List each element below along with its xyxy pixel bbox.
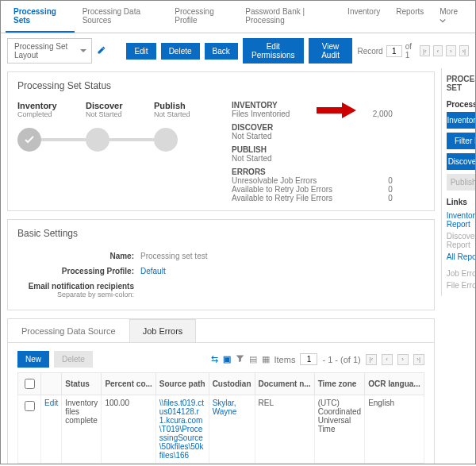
meta-err1-val: 0 (388, 176, 393, 185)
tab-processing-profile[interactable]: Processing Profile (167, 1, 237, 33)
link-inventory-report[interactable]: Inventory Report (447, 210, 476, 230)
row-source-path[interactable]: \\files.t019.ctus014128.r1.kcura.com\T01… (155, 395, 209, 464)
meta-inventory-heading: INVENTORY (232, 101, 424, 110)
link-job-errors: Job Errors (447, 268, 476, 279)
phase-connector (41, 138, 86, 141)
items-label: Items (274, 355, 296, 364)
col-document[interactable]: Document n... (255, 373, 314, 395)
edit-permissions-button[interactable]: Edit Permissions (243, 38, 304, 64)
filter-icon[interactable] (236, 354, 244, 364)
table-row: Edit Inventory files complete 100.00 \\f… (18, 395, 424, 464)
meta-err3-val: 0 (388, 194, 393, 202)
grid-first-icon[interactable]: |‹ (366, 354, 377, 365)
phase-discover-sub: Not Started (86, 110, 154, 118)
tab-data-sources[interactable]: Processing Data Sources (75, 1, 167, 33)
tab-reports[interactable]: Reports (388, 1, 432, 33)
tab-password-bank[interactable]: Password Bank | Processing (237, 1, 340, 33)
status-heading: Processing Set Status (17, 80, 424, 91)
subtab-job-errors[interactable]: Job Errors (129, 319, 197, 342)
col-custodian[interactable]: Custodian (209, 373, 255, 395)
name-label: Name: (17, 252, 140, 260)
grid-prev-icon[interactable]: ‹ (382, 354, 393, 365)
phase-publish-title: Publish (154, 101, 222, 110)
meta-errors-heading: ERRORS (232, 168, 424, 176)
row-custodian[interactable]: Skylar, Wayne (209, 395, 255, 464)
top-tabs: Processing Sets Processing Data Sources … (1, 1, 475, 33)
last-page-icon[interactable]: ›| (459, 45, 469, 56)
tab-inventory[interactable]: Inventory (340, 1, 388, 33)
phase-circle-publish (154, 128, 178, 152)
sidebar-links-heading: Links (447, 194, 476, 210)
profile-label: Processing Profile: (17, 267, 140, 275)
next-page-icon[interactable]: › (446, 45, 455, 56)
row-status: Inventory files complete (62, 395, 102, 464)
swap-icon[interactable]: ⇆ (211, 354, 218, 364)
prev-page-icon[interactable]: ‹ (433, 45, 443, 56)
col-ocr[interactable]: OCR langua... (365, 373, 424, 395)
items-range: - 1 - (of 1) (322, 355, 360, 364)
select-all-checkbox[interactable] (25, 379, 35, 389)
phase-inventory-title: Inventory (17, 101, 86, 110)
meta-err1-key: Unresolvable Job Errors (232, 176, 317, 185)
email-label: Email notification recipients Separate b… (17, 282, 140, 298)
phase-discover-title: Discover (86, 101, 154, 110)
toolbar: Processing Set Layout Edit Delete Back E… (1, 33, 475, 68)
meta-err2-val: 0 (388, 185, 393, 194)
status-panel: Processing Set Status Inventory Complete… (7, 71, 435, 211)
data-source-panel: Processing Data Source Job Errors New De… (7, 318, 435, 464)
phase-publish-sub: Not Started (154, 110, 222, 118)
subtab-data-source[interactable]: Processing Data Source (8, 319, 129, 342)
first-page-icon[interactable]: |‹ (420, 45, 429, 56)
chevron-down-icon (440, 17, 446, 24)
sidebar-process-heading: Process Files (447, 97, 476, 112)
tab-more[interactable]: More (432, 1, 470, 33)
grid-next-icon[interactable]: › (397, 354, 409, 365)
phase-circle-discover (86, 128, 109, 152)
name-value: Processing set test (140, 252, 207, 260)
link-file-errors: File Errors (447, 279, 476, 291)
new-button[interactable]: New (17, 351, 49, 368)
edit-layout-icon[interactable] (97, 45, 106, 56)
col-timezone[interactable]: Time zone (314, 373, 364, 395)
export-icon[interactable]: ▣ (223, 354, 231, 364)
record-nav: Record of 1 |‹ ‹ › ›| (357, 42, 469, 60)
phase-circle-inventory (17, 128, 41, 152)
col-percent[interactable]: Percent co... (102, 373, 155, 395)
link-all-reports[interactable]: All Reports (447, 251, 476, 263)
edit-button[interactable]: Edit (126, 43, 155, 60)
record-page-input[interactable] (386, 45, 402, 57)
view-audit-button[interactable]: View Audit (309, 38, 353, 64)
row-checkbox[interactable] (25, 401, 35, 411)
meta-inventory-val: 2,000 (373, 110, 393, 118)
row-percent: 100.00 (102, 395, 155, 464)
meta-publish-heading: PUBLISH (232, 145, 424, 154)
discover-files-button[interactable]: Discover Files (447, 153, 476, 170)
row-timezone: (UTC) Coordinated Universal Time (314, 395, 364, 464)
row-edit-link[interactable]: Edit (41, 395, 62, 464)
meta-discover-heading: DISCOVER (232, 123, 424, 132)
col-status[interactable]: Status (62, 373, 102, 395)
meta-publish-val: Not Started (232, 154, 272, 163)
columns-icon[interactable]: ▤ (249, 354, 257, 364)
sidebar: PROCESSING SET Process Files Inventory F… (441, 68, 476, 296)
grid-icon[interactable]: ▦ (262, 354, 270, 364)
col-source-path[interactable]: Source path (155, 373, 209, 395)
tab-processing-sets[interactable]: Processing Sets (6, 1, 75, 33)
filter-files-button[interactable]: Filter Files (447, 133, 476, 149)
check-icon (23, 133, 36, 146)
record-of: of 1 (405, 42, 417, 60)
profile-value[interactable]: Default (140, 267, 166, 275)
items-page-input[interactable] (300, 353, 317, 365)
delete-grid-button[interactable]: Delete (54, 351, 93, 368)
delete-button[interactable]: Delete (161, 43, 200, 60)
meta-err2-key: Available to Retry Job Errors (232, 185, 332, 194)
back-button[interactable]: Back (205, 43, 238, 60)
data-source-grid: Status Percent co... Source path Custodi… (17, 372, 424, 464)
inventory-files-button[interactable]: Inventory Files (447, 112, 476, 129)
meta-inventory-key: Files Inventoried (232, 110, 290, 118)
sidebar-title: PROCESSING SET (447, 73, 476, 97)
row-ocr: English (365, 395, 424, 464)
meta-err3-key: Available to Retry File Errors (232, 194, 332, 202)
layout-select[interactable]: Processing Set Layout (7, 38, 92, 64)
grid-last-icon[interactable]: ›| (413, 354, 424, 365)
